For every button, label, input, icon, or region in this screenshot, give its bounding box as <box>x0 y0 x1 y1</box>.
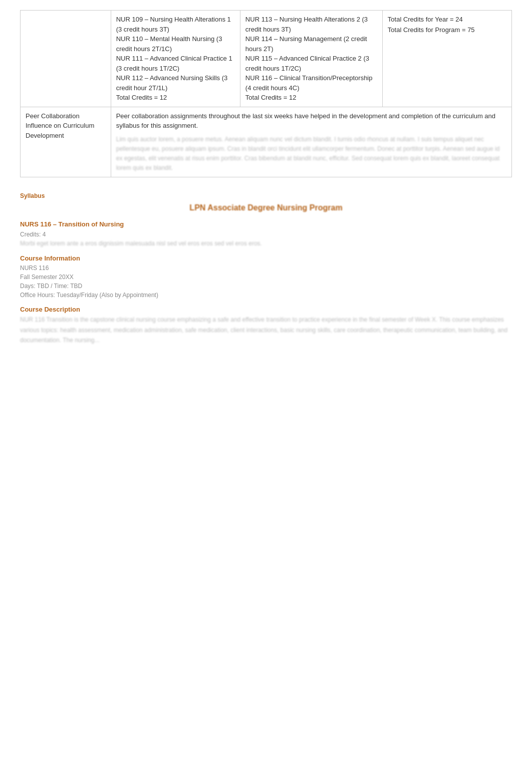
total-program: Total Credits for Program = 75 <box>388 26 475 34</box>
course-info-line3: Days: TBD / Time: TBD <box>20 282 512 291</box>
nur111-text: NUR 111 – Advanced Clinical Practice 1 (… <box>116 55 232 72</box>
course-info-label: Course Information <box>20 254 512 262</box>
peer-label-text: Peer Collaboration Influence on Curricul… <box>26 112 94 139</box>
nurs116-blurred: Morbi eget lorem ante a eros dignissim m… <box>20 239 512 248</box>
course-desc-section: Course Description NUR 116 Transition is… <box>20 306 512 345</box>
peer-blurred-text: Lim quis auctor lorem, a posuere metus. … <box>116 135 506 173</box>
totals-cell: Total Credits for Year = 24 Total Credit… <box>382 11 511 107</box>
nur115-text: NUR 115 – Advanced Clinical Practice 2 (… <box>245 55 369 72</box>
course-info-line1: NURS 116 <box>20 264 512 273</box>
course-desc-label: Course Description <box>20 306 512 313</box>
year1-cell: NUR 109 – Nursing Health Alterations 1 (… <box>111 11 240 107</box>
nurs116-heading: NURS 116 – Transition of Nursing <box>20 220 512 228</box>
peer-content-cell: Peer collaboration assignments throughou… <box>111 107 511 177</box>
curriculum-row: NUR 109 – Nursing Health Alterations 1 (… <box>21 11 512 107</box>
course-info-line4: Office Hours: Tuesday/Friday (Also by Ap… <box>20 291 512 300</box>
nurs116-credit: Credits: 4 <box>20 230 512 239</box>
year1-total: Total Credits = 12 <box>116 94 167 101</box>
total-year: Total Credits for Year = 24 <box>388 16 463 23</box>
nur110-text: NUR 110 – Mental Health Nursing (3 credi… <box>116 35 222 53</box>
nur109-text: NUR 109 – Nursing Health Alterations 1 (… <box>116 16 231 33</box>
label-cell <box>21 11 111 107</box>
nur112-text: NUR 112 – Advanced Nursing Skills (3 cre… <box>116 74 228 92</box>
nurs116-section: NURS 116 – Transition of Nursing Credits… <box>20 220 512 248</box>
nur114-text: NUR 114 – Nursing Management (2 credit h… <box>245 35 367 53</box>
peer-intro-text: Peer collaboration assignments throughou… <box>116 111 506 131</box>
syllabus-heading: Syllabus <box>20 192 512 199</box>
course-info-line2: Fall Semester 20XX <box>20 273 512 282</box>
course-info-section: Course Information NURS 116 Fall Semeste… <box>20 254 512 300</box>
program-title: LPN Associate Degree Nursing Program <box>20 203 512 212</box>
year2-total: Total Credits = 12 <box>245 94 297 101</box>
course-desc-text: NUR 116 Transition is the capstone clini… <box>20 315 512 345</box>
below-section: Syllabus LPN Associate Degree Nursing Pr… <box>20 192 512 345</box>
curriculum-table: NUR 109 – Nursing Health Alterations 1 (… <box>20 10 512 177</box>
nur113-text: NUR 113 – Nursing Health Alterations 2 (… <box>245 16 368 33</box>
nur116-text: NUR 116 – Clinical Transition/Preceptors… <box>245 74 373 92</box>
year2-cell: NUR 113 – Nursing Health Alterations 2 (… <box>240 11 382 107</box>
peer-row: Peer Collaboration Influence on Curricul… <box>21 107 512 177</box>
peer-label-cell: Peer Collaboration Influence on Curricul… <box>21 107 111 177</box>
